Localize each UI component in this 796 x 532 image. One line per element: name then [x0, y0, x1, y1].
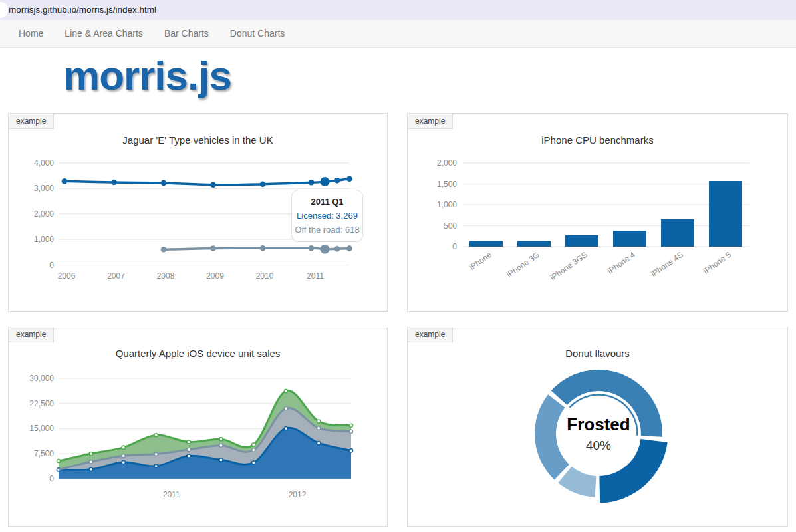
x-axis-tick: 2007	[107, 271, 125, 281]
data-point[interactable]	[187, 440, 190, 444]
data-point[interactable]	[334, 178, 340, 184]
data-point[interactable]	[89, 467, 92, 471]
data-point[interactable]	[252, 443, 255, 446]
data-point[interactable]	[349, 424, 352, 427]
x-axis-tick: 2011	[163, 490, 180, 499]
x-axis-tick: 2011	[307, 271, 324, 281]
site-heading: morris.js	[63, 52, 231, 99]
donut-chart-panel: example Donut flavours Frosted 40%	[407, 327, 788, 527]
x-axis-tick: 2009	[206, 271, 224, 281]
data-point[interactable]	[57, 459, 60, 462]
donut-selected-flavour: Frosted	[525, 414, 672, 435]
data-point[interactable]	[285, 389, 288, 392]
url-text[interactable]: morrisjs.github.io/morris.js/index.html	[9, 0, 156, 20]
data-point[interactable]	[62, 178, 68, 184]
tooltip-licensed-value: Licensed: 3,269	[292, 211, 362, 221]
bar-chart-panel: example iPhone CPU benchmarks 2,0001,500…	[407, 113, 788, 312]
area-chart-panel: example Quarterly Apple iOS device unit …	[8, 327, 388, 527]
nav-item-donut-charts[interactable]: Donut Charts	[219, 20, 295, 47]
data-point[interactable]	[154, 464, 158, 467]
data-point[interactable]	[317, 426, 321, 430]
data-point[interactable]	[89, 452, 92, 455]
data-point[interactable]	[154, 452, 158, 456]
bar-iphone-3gs[interactable]	[565, 235, 598, 247]
example-label: example	[8, 327, 54, 342]
data-point[interactable]	[321, 177, 330, 186]
y-axis-tick: 2,000	[437, 158, 457, 168]
nav-item-home[interactable]: Home	[8, 20, 54, 47]
bar-iphone-3g[interactable]	[517, 241, 551, 247]
data-point[interactable]	[111, 180, 117, 186]
data-point[interactable]	[187, 454, 190, 458]
y-axis-tick: 15,000	[29, 424, 54, 433]
y-axis-tick: 4,000	[34, 158, 54, 168]
tooltip-period: 2011 Q1	[292, 197, 362, 207]
data-point[interactable]	[122, 446, 125, 449]
data-point[interactable]	[349, 449, 352, 452]
x-axis-tick: iPhone 5	[702, 250, 733, 276]
example-label: example	[8, 113, 54, 129]
y-axis-tick: 500	[444, 221, 457, 231]
y-axis-tick: 0	[49, 261, 54, 270]
data-point[interactable]	[252, 461, 255, 464]
data-point[interactable]	[309, 180, 315, 186]
y-axis-tick: 1,500	[437, 180, 457, 189]
bar-iphone-4s[interactable]	[661, 219, 694, 247]
x-axis-tick: iPhone 4S	[649, 250, 684, 279]
bar-iphone-5[interactable]	[709, 181, 742, 247]
y-axis-tick: 7,500	[34, 449, 54, 458]
data-point[interactable]	[154, 434, 158, 437]
data-point[interactable]	[122, 461, 125, 464]
data-point[interactable]	[317, 420, 321, 423]
data-point[interactable]	[161, 180, 167, 186]
nav-item-bar-charts[interactable]: Bar Charts	[154, 20, 219, 47]
data-point[interactable]	[317, 441, 321, 444]
data-point[interactable]	[260, 245, 266, 251]
data-point[interactable]	[309, 245, 315, 251]
x-axis-tick: 2012	[289, 490, 307, 499]
bar-iphone[interactable]	[469, 241, 503, 247]
data-point[interactable]	[285, 406, 288, 410]
y-axis-tick: 2,000	[34, 209, 54, 219]
line-series[interactable]	[65, 179, 350, 185]
data-point[interactable]	[210, 245, 216, 251]
data-point[interactable]	[219, 444, 223, 447]
data-point[interactable]	[285, 426, 288, 430]
area-chart[interactable]: 30,00022,50015,0007,500020112012	[9, 327, 387, 526]
data-point[interactable]	[252, 448, 255, 452]
page: morrisjs.github.io/morris.js/index.html …	[0, 0, 796, 532]
data-point[interactable]	[346, 245, 352, 251]
line-chart-panel: example Jaguar 'E' Type vehicles in the …	[8, 113, 388, 312]
data-point[interactable]	[349, 430, 352, 433]
x-axis-tick: 2006	[58, 271, 76, 281]
data-point[interactable]	[321, 245, 330, 254]
data-point[interactable]	[122, 454, 125, 458]
example-label: example	[407, 327, 453, 342]
nav-item-line-area-charts[interactable]: Line & Area Charts	[54, 20, 154, 47]
y-axis-tick: 0	[452, 242, 457, 251]
data-point[interactable]	[219, 438, 223, 441]
y-axis-tick: 0	[49, 474, 54, 483]
data-point[interactable]	[89, 460, 92, 464]
x-axis-tick: iPhone 3G	[505, 250, 541, 279]
data-point[interactable]	[260, 182, 266, 188]
data-point[interactable]	[187, 448, 190, 451]
data-point[interactable]	[219, 458, 223, 462]
bar-chart[interactable]: 2,0001,5001,0005000iPhoneiPhone 3GiPhone…	[408, 114, 787, 311]
example-label: example	[407, 113, 453, 129]
data-point[interactable]	[334, 246, 340, 252]
x-axis-tick: iPhone 3GS	[549, 250, 589, 283]
navbar: Home Line & Area Charts Bar Charts Donut…	[0, 20, 796, 48]
data-point[interactable]	[346, 176, 352, 182]
chart-tooltip: 2011 Q1 Licensed: 3,269 Off the road: 61…	[291, 190, 363, 242]
x-axis-tick: iPhone	[467, 250, 493, 272]
y-axis-tick: 3,000	[34, 184, 54, 193]
y-axis-tick: 30,000	[29, 374, 54, 383]
data-point[interactable]	[210, 182, 216, 188]
donut-selected-percent: 40%	[525, 438, 672, 453]
tooltip-offroad-value: Off the road: 618	[292, 225, 362, 235]
donut-segment-2[interactable]	[558, 467, 596, 497]
data-point[interactable]	[161, 247, 167, 253]
bar-iphone-4[interactable]	[613, 231, 646, 247]
browser-url-bar[interactable]: morrisjs.github.io/morris.js/index.html	[0, 0, 796, 20]
